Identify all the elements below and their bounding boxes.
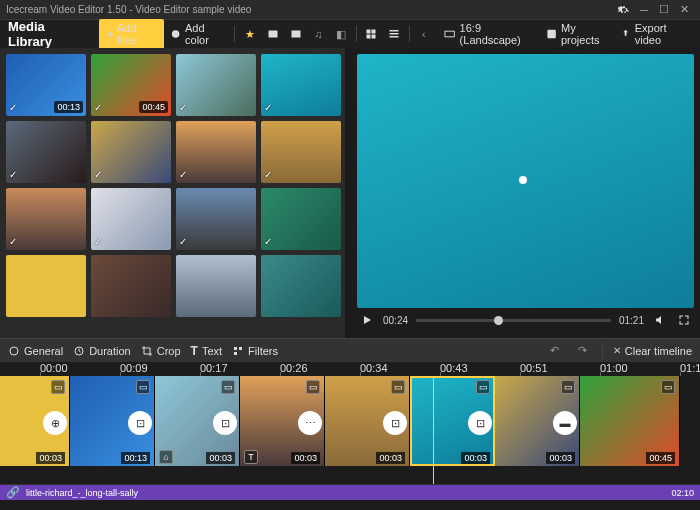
playhead[interactable]: [433, 376, 434, 484]
export-video-button[interactable]: Export video: [620, 22, 692, 46]
bottom-bar: [0, 500, 700, 510]
clip-type-icon: ▭: [661, 380, 675, 394]
library-item[interactable]: [91, 255, 171, 317]
library-item[interactable]: ✓: [261, 54, 341, 116]
clip-type-icon: ▭: [51, 380, 65, 394]
library-item[interactable]: [6, 255, 86, 317]
svg-rect-9: [390, 36, 399, 38]
clip-type-icon: ▭: [136, 380, 150, 394]
audio-name: little-richard_-_long-tall-sally: [26, 488, 665, 498]
fullscreen-icon[interactable]: [676, 312, 692, 328]
main-area: ✓00:13✓00:45✓✓✓✓✓✓✓✓✓✓ 00:24 01:21: [0, 48, 700, 338]
library-item[interactable]: ✓: [6, 121, 86, 183]
library-item[interactable]: ✓: [261, 121, 341, 183]
filter-color-icon[interactable]: ◧: [333, 25, 350, 43]
my-projects-button[interactable]: My projects: [546, 22, 614, 46]
clip-type-icon: ▭: [391, 380, 405, 394]
library-title: Media Library: [8, 19, 87, 49]
filter-all-icon[interactable]: ★: [241, 25, 258, 43]
library-item[interactable]: ✓: [176, 188, 256, 250]
svg-rect-15: [239, 347, 242, 350]
add-files-button[interactable]: +Add files: [99, 19, 163, 49]
transition-button[interactable]: ⊡: [213, 411, 237, 435]
filter-video-icon[interactable]: [287, 25, 304, 43]
library-item[interactable]: ✓: [6, 188, 86, 250]
clear-timeline-button[interactable]: ✕ Clear timeline: [613, 345, 692, 357]
library-item[interactable]: ✓: [91, 188, 171, 250]
library-grid: ✓00:13✓00:45✓✓✓✓✓✓✓✓✓✓: [0, 48, 345, 338]
filter-image-icon[interactable]: [264, 25, 281, 43]
svg-rect-8: [390, 33, 399, 35]
preview-panel: 00:24 01:21: [351, 48, 700, 338]
svg-rect-16: [234, 352, 237, 355]
transition-button[interactable]: ▬: [553, 411, 577, 435]
library-item[interactable]: ✓00:45: [91, 54, 171, 116]
svg-rect-3: [367, 30, 371, 34]
svg-rect-6: [372, 35, 376, 39]
duration-button[interactable]: Duration: [73, 345, 131, 357]
library-item[interactable]: ✓: [261, 188, 341, 250]
media-library: ✓00:13✓00:45✓✓✓✓✓✓✓✓✓✓: [0, 48, 345, 338]
edit-toolbar: General Duration Crop TText Filters ↶ ↷ …: [0, 338, 700, 362]
svg-rect-2: [291, 31, 300, 38]
filter-audio-icon[interactable]: ♫: [310, 25, 327, 43]
close-icon[interactable]: ✕: [674, 1, 694, 19]
clip-effect-icon: T: [244, 450, 258, 464]
transition-button[interactable]: ⊕: [43, 411, 67, 435]
filters-button[interactable]: Filters: [232, 345, 278, 357]
timeline-clip[interactable]: ▭00:45: [580, 376, 680, 466]
library-item[interactable]: ✓: [176, 121, 256, 183]
progress-bar[interactable]: [416, 319, 611, 322]
library-item[interactable]: ✓00:13: [6, 54, 86, 116]
maximize-icon[interactable]: ☐: [654, 1, 674, 19]
volume-icon[interactable]: [652, 312, 668, 328]
undo-icon[interactable]: ↶: [546, 342, 564, 360]
svg-rect-1: [268, 31, 277, 38]
clip-effect-icon: ⌂: [159, 450, 173, 464]
clip-type-icon: ▭: [221, 380, 235, 394]
view-list-icon[interactable]: [386, 25, 403, 43]
library-item[interactable]: [261, 255, 341, 317]
library-item[interactable]: ✓: [176, 54, 256, 116]
svg-rect-14: [234, 347, 237, 350]
svg-rect-4: [372, 30, 376, 34]
preview-video[interactable]: [357, 54, 694, 308]
transition-button[interactable]: ⋯: [298, 411, 322, 435]
svg-rect-11: [547, 30, 555, 38]
minimize-icon[interactable]: ─: [634, 1, 654, 19]
titlebar: Icecream Video Editor 1.50 - Video Edito…: [0, 0, 700, 20]
add-color-button[interactable]: Add color: [170, 22, 229, 46]
clip-type-icon: ▭: [476, 380, 490, 394]
clip-type-icon: ▭: [561, 380, 575, 394]
current-time: 00:24: [383, 315, 408, 326]
clip-type-icon: ▭: [306, 380, 320, 394]
play-icon[interactable]: [359, 312, 375, 328]
svg-rect-7: [390, 30, 399, 32]
transition-button[interactable]: ⊡: [383, 411, 407, 435]
crop-button[interactable]: Crop: [141, 345, 181, 357]
general-button[interactable]: General: [8, 345, 63, 357]
svg-rect-5: [367, 35, 371, 39]
header-toolbar: Media Library +Add files Add color ★ ♫ ◧…: [0, 20, 700, 48]
link-icon: 🔗: [6, 486, 20, 499]
transition-button[interactable]: ⊡: [128, 411, 152, 435]
timeline[interactable]: ▭00:03▭00:13▭⌂00:03▭T00:03▭00:03▭00:03▭0…: [0, 376, 700, 484]
timeline-ruler[interactable]: 00:0000:0900:1700:2600:3400:4300:5101:00…: [0, 362, 700, 376]
preview-controls: 00:24 01:21: [357, 308, 694, 332]
settings-icon[interactable]: [614, 1, 634, 19]
text-button[interactable]: TText: [191, 344, 223, 358]
audio-duration: 02:10: [671, 488, 694, 498]
total-time: 01:21: [619, 315, 644, 326]
svg-point-0: [172, 30, 179, 37]
transition-button[interactable]: ⊡: [468, 411, 492, 435]
collapse-icon[interactable]: ‹: [415, 25, 432, 43]
redo-icon[interactable]: ↷: [574, 342, 592, 360]
window-title: Icecream Video Editor 1.50 - Video Edito…: [6, 4, 614, 15]
aspect-ratio-button[interactable]: 16:9 (Landscape): [444, 22, 539, 46]
view-grid-icon[interactable]: [363, 25, 380, 43]
svg-rect-10: [445, 31, 454, 37]
library-item[interactable]: ✓: [91, 121, 171, 183]
svg-point-12: [10, 347, 18, 355]
library-item[interactable]: [176, 255, 256, 317]
audio-track[interactable]: 🔗 little-richard_-_long-tall-sally 02:10: [0, 484, 700, 500]
